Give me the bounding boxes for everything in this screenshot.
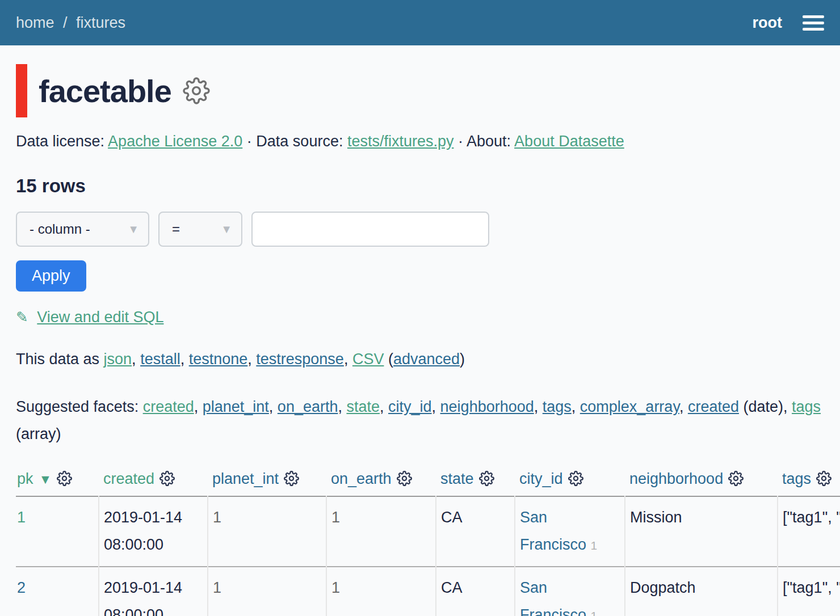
export-links: This data as json, testall, testnone, te… [16,345,824,373]
city-link[interactable]: San Francisco [520,579,586,616]
facet-link-created[interactable]: created [143,398,194,415]
row-pk-link[interactable]: 1 [17,509,26,526]
row-count-heading: 15 rows [16,175,824,197]
column-header-created[interactable]: created [103,470,154,487]
export-item: json, [104,351,141,368]
city-link[interactable]: San Francisco [520,509,586,553]
facet-link-created-date[interactable]: created [688,398,739,415]
cell-neighborhood: Mission [625,496,778,567]
facet-link-city-id[interactable]: city_id [388,398,432,415]
license-label: Data license: [16,133,104,150]
breadcrumb-home-link[interactable]: home [16,14,54,31]
column-select-value: - column - [30,221,90,237]
column-cog-icon[interactable] [479,471,494,486]
column-header-pk[interactable]: pk [17,470,33,487]
export-link-testall[interactable]: testall [140,351,180,368]
hamburger-menu-icon[interactable] [803,15,824,31]
facet-link-planet-int[interactable]: planet_int [203,398,269,415]
table-row: 1 2019-01-14 08:00:00 1 1 CA San Francis… [16,496,840,567]
column-select[interactable]: - column - ▼ [16,212,149,247]
facet-item: planet_int, [203,398,278,415]
cell-tags: ["tag1", "tag3"] [778,567,840,616]
facet-item: state, [346,398,388,415]
apply-button[interactable]: Apply [16,260,86,292]
about-label: About: [467,133,511,150]
suggested-facets: Suggested facets: created, planet_int, o… [16,393,822,448]
column-header-planet-int[interactable]: planet_int [212,470,279,487]
column-cog-icon[interactable] [159,471,175,486]
breadcrumb: home / fixtures [16,14,125,32]
cell-planet-int: 1 [208,567,326,616]
table-row: 2 2019-01-14 08:00:00 1 1 CA San Francis… [16,567,840,616]
export-link-testresponse[interactable]: testresponse [256,351,344,368]
filter-value-input[interactable] [251,212,489,247]
export-link-testnone[interactable]: testnone [189,351,248,368]
page-title-row: facetable [16,64,824,118]
view-edit-sql-link[interactable]: View and edit SQL [37,309,163,326]
table-container: pk▼ created planet_int on_earth state ci… [0,463,840,616]
operator-select-value: = [172,221,180,237]
foreign-key-id: 1 [591,539,598,552]
column-header-neighborhood[interactable]: neighborhood [629,470,723,487]
meta-dot: · [458,133,463,150]
operator-select[interactable]: = ▼ [158,212,242,247]
cell-state: CA [436,496,515,567]
breadcrumb-separator: / [63,14,68,31]
cell-on-earth: 1 [326,496,436,567]
pencil-icon: ✎ [16,309,28,326]
about-link[interactable]: About Datasette [514,133,624,150]
column-header-state[interactable]: state [440,470,474,487]
facet-link-tags-array[interactable]: tags [792,398,821,415]
column-header-on-earth[interactable]: on_earth [331,470,392,487]
cell-created: 2019-01-14 08:00:00 [99,567,208,616]
top-navigation-bar: home / fixtures root [0,0,840,45]
cell-created: 2019-01-14 08:00:00 [99,496,208,567]
export-item: testresponse, [256,351,352,368]
column-cog-icon[interactable] [816,471,831,486]
cell-on-earth: 1 [326,567,436,616]
column-cog-icon[interactable] [728,471,744,486]
export-link-json[interactable]: json [104,351,132,368]
table-cog-icon[interactable] [183,77,210,104]
facet-item: city_id, [388,398,440,415]
export-item: testall, [140,351,189,368]
facet-link-on-earth[interactable]: on_earth [278,398,338,415]
facet-link-state[interactable]: state [346,398,380,415]
export-item: (advanced) [388,351,465,368]
column-header-city-id[interactable]: city_id [519,470,563,487]
facet-item: created (date), [688,398,792,415]
column-header-tags[interactable]: tags [782,470,811,487]
export-link-csv[interactable]: CSV [352,351,384,368]
facet-item: neighborhood, [440,398,543,415]
cell-tags: ["tag1", "tag2"] [778,496,840,567]
column-cog-icon[interactable] [397,471,412,486]
logged-in-user[interactable]: root [753,14,782,32]
export-item: CSV [352,351,388,368]
metadata-line: Data license: Apache License 2.0 · Data … [16,133,824,150]
license-link[interactable]: Apache License 2.0 [108,133,242,150]
foreign-key-id: 1 [591,609,598,616]
breadcrumb-database-link[interactable]: fixtures [76,14,125,31]
row-pk-link[interactable]: 2 [17,579,26,596]
column-cog-icon[interactable] [284,471,299,486]
dropdown-arrow-icon: ▼ [128,223,139,236]
data-table: pk▼ created planet_int on_earth state ci… [16,463,840,616]
cell-neighborhood: Dogpatch [625,567,778,616]
facet-item: complex_array, [580,398,688,415]
filter-row: - column - ▼ = ▼ [16,212,824,247]
facet-item: tags, [543,398,580,415]
facet-link-complex-array[interactable]: complex_array [580,398,679,415]
source-link[interactable]: tests/fixtures.py [347,133,454,150]
export-link-advanced[interactable]: advanced [393,351,460,368]
export-prefix: This data as [16,351,104,368]
facet-link-neighborhood[interactable]: neighborhood [440,398,534,415]
table-header-row: pk▼ created planet_int on_earth state ci… [16,463,840,496]
cell-state: CA [436,567,515,616]
column-cog-icon[interactable] [57,471,72,486]
column-cog-icon[interactable] [568,471,583,486]
source-label: Data source: [256,133,343,150]
facet-item: created, [143,398,203,415]
facet-link-tags[interactable]: tags [543,398,572,415]
page-title: facetable [39,73,171,109]
facets-prefix: Suggested facets: [16,398,143,415]
